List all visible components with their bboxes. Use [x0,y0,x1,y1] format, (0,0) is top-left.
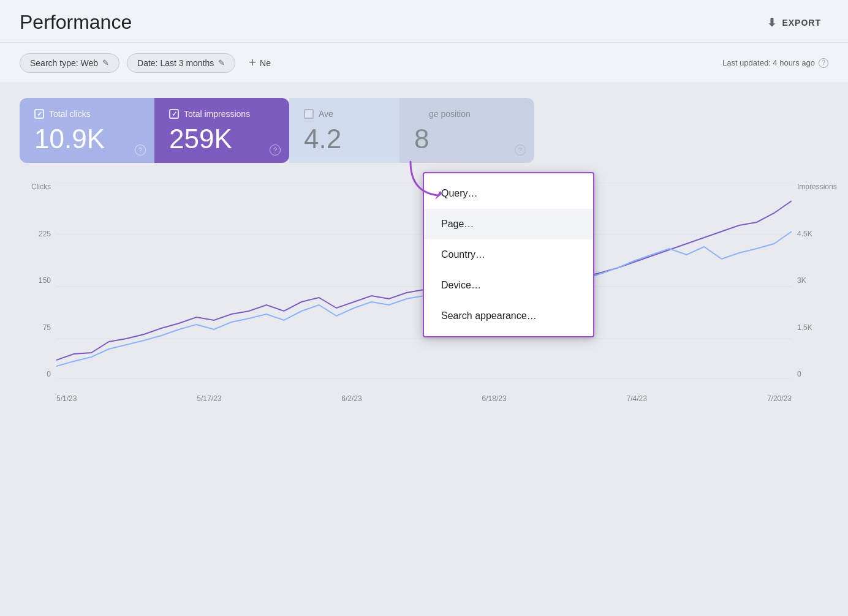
clicks-label: Total clicks [49,109,91,119]
dropdown-item-country[interactable]: Country… [424,239,593,270]
date-filter[interactable]: Date: Last 3 months ✎ [127,53,235,73]
ctr-value: 4.2 [304,124,385,154]
impressions-label: Total impressions [184,109,250,119]
y-right-label-0: 0 [797,370,801,378]
y-axis-right-title: Impressions [797,182,837,191]
clicks-value: 10.9K [34,124,140,154]
dropdown-item-query[interactable]: Query… [424,178,593,209]
x-label-2: 5/17/23 [197,394,221,403]
metric-card-ctr[interactable]: Ave 4.2 [289,98,399,163]
dropdown-overlay: Query… Page… Country… Device… Search app… [423,172,594,337]
x-label-5: 7/4/23 [627,394,647,403]
header: Performance ⬇ EXPORT [0,0,848,43]
x-label-6: 7/20/23 [767,394,792,403]
export-button[interactable]: ⬇ EXPORT [760,12,828,33]
position-value: 8 [414,124,520,154]
metric-card-clicks[interactable]: Total clicks 10.9K ? [20,98,154,163]
last-updated: Last updated: 4 hours ago ? [722,58,828,68]
pencil-icon: ✎ [102,58,109,67]
impressions-checkbox[interactable] [169,109,179,119]
x-axis-labels: 5/1/23 5/17/23 6/2/23 6/18/23 7/4/23 7/2… [56,394,792,403]
clicks-help-icon[interactable]: ? [135,145,146,156]
plus-icon: + [249,56,256,70]
pencil-icon-2: ✎ [218,58,225,67]
metric-card-impressions[interactable]: Total impressions 259K ? [154,98,289,163]
y-right-label-3k: 3K [797,276,806,285]
y-right-label-1k5: 1.5K [797,323,812,332]
search-type-label: Search type: Web [30,58,98,68]
y-right-label-4k: 4.5K [797,230,812,238]
y-axis-title: Clicks [31,182,51,191]
y-label-0: 0 [47,370,51,378]
last-updated-text: Last updated: 4 hours ago [722,58,815,67]
date-label: Date: Last 3 months [137,58,214,68]
dropdown-item-device[interactable]: Device… [424,270,593,301]
page-container: Performance ⬇ EXPORT Search type: Web ✎ … [0,0,848,616]
page-title: Performance [20,11,132,34]
search-type-filter[interactable]: Search type: Web ✎ [20,53,119,73]
main-content: Total clicks 10.9K ? Total impressions 2… [0,83,848,418]
dropdown-item-page[interactable]: Page… [424,209,593,239]
impressions-help-icon[interactable]: ? [270,145,281,156]
clicks-checkbox[interactable] [34,109,44,119]
x-label-3: 6/2/23 [341,394,362,403]
add-filter-button[interactable]: + Ne [243,51,277,74]
impressions-value: 259K [169,124,274,154]
position-help-icon[interactable]: ? [515,145,526,156]
export-icon: ⬇ [767,16,777,29]
x-label-1: 5/1/23 [56,394,77,403]
metric-card-position[interactable]: ge position 8 ? [399,98,534,163]
y-label-150: 150 [39,276,51,285]
export-label: EXPORT [782,18,821,28]
help-icon-updated[interactable]: ? [819,58,828,68]
new-filter-label: Ne [260,58,271,68]
y-label-75: 75 [43,323,51,332]
filters-row: Search type: Web ✎ Date: Last 3 months ✎… [0,43,848,83]
x-label-4: 6/18/23 [482,394,507,403]
y-label-225: 225 [39,230,51,238]
ctr-label: Ave [319,109,333,119]
dropdown-menu: Query… Page… Country… Device… Search app… [423,172,594,337]
ctr-checkbox[interactable] [304,109,314,119]
dropdown-item-search-appearance[interactable]: Search appearance… [424,301,593,331]
position-label: ge position [429,109,471,119]
metric-cards: Total clicks 10.9K ? Total impressions 2… [20,98,828,163]
